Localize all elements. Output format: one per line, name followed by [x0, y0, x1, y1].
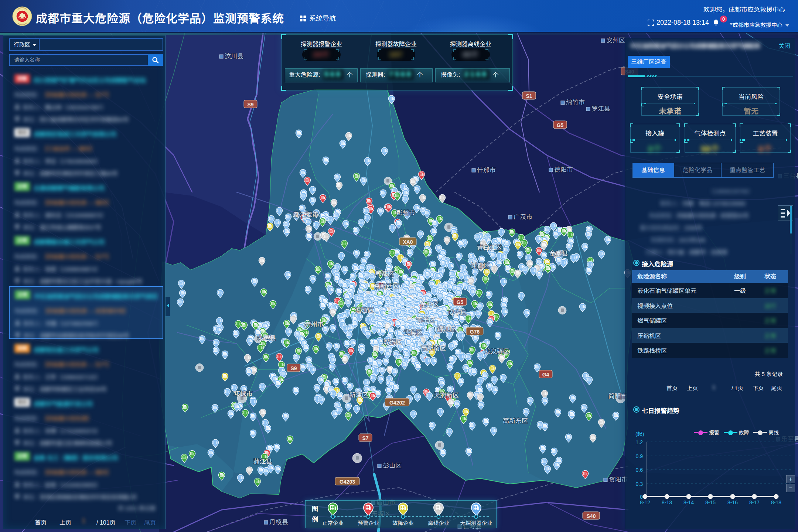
svg-text:崇州市: 崇州市 [305, 321, 324, 328]
svg-text:成华区: 成华区 [448, 309, 467, 316]
svg-text:新都区: 新都区 [471, 262, 490, 269]
svg-text:高新西区: 高新西区 [374, 283, 399, 290]
svg-text:G76: G76 [470, 329, 480, 335]
svg-text:彭山区: 彭山区 [383, 462, 402, 469]
svg-text:温江区: 温江区 [355, 307, 374, 314]
svg-text:G4: G4 [542, 372, 549, 378]
svg-text:高新南区: 高新南区 [421, 345, 446, 352]
svg-text:金牛区: 金牛区 [420, 301, 439, 308]
svg-text:青羊区: 青羊区 [416, 317, 435, 324]
svg-text:安州区: 安州区 [606, 37, 625, 44]
svg-text:锦江区: 锦江区 [437, 325, 456, 332]
svg-text:金堂县: 金堂县 [549, 250, 568, 257]
svg-text:德阳市: 德阳市 [554, 166, 573, 173]
svg-text:S7: S7 [362, 435, 368, 441]
svg-text:绵竹市: 绵竹市 [566, 99, 585, 106]
svg-text:天府新区: 天府新区 [434, 392, 459, 399]
svg-text:广汉市: 广汉市 [514, 214, 532, 221]
svg-text:罗江县: 罗江县 [591, 105, 610, 112]
svg-text:大邑县: 大邑县 [257, 335, 276, 342]
svg-text:G5: G5 [557, 122, 564, 128]
svg-text:彭州市: 彭州市 [396, 209, 415, 216]
svg-text:S9: S9 [290, 365, 297, 371]
svg-text:G5: G5 [457, 299, 464, 305]
svg-text:XA0: XA0 [403, 239, 413, 245]
svg-text:蒲江县: 蒲江县 [253, 458, 272, 465]
svg-text:什邡市: 什邡市 [477, 167, 496, 174]
svg-text:高新东区: 高新东区 [503, 417, 528, 424]
svg-text:丹棱县: 丹棱县 [269, 519, 288, 526]
svg-text:都江堰市: 都江堰市 [293, 211, 318, 218]
svg-text:G4203: G4203 [340, 479, 355, 485]
svg-text:S1: S1 [526, 93, 532, 99]
svg-text:S9: S9 [247, 102, 253, 108]
svg-text:郫都区: 郫都区 [375, 270, 394, 277]
svg-text:S40: S40 [587, 513, 596, 519]
svg-text:龙泉驿区: 龙泉驿区 [484, 348, 509, 355]
svg-text:G4202: G4202 [389, 400, 405, 406]
svg-text:青白江区: 青白江区 [477, 244, 502, 251]
svg-text:武侯区: 武侯区 [404, 329, 423, 336]
svg-text:双流区: 双流区 [383, 339, 402, 346]
svg-text:新津区: 新津区 [349, 392, 368, 399]
svg-text:简阳市: 简阳市 [608, 393, 627, 400]
svg-text:邛崃市: 邛崃市 [234, 391, 253, 398]
svg-text:汶川县: 汶川县 [225, 53, 243, 60]
